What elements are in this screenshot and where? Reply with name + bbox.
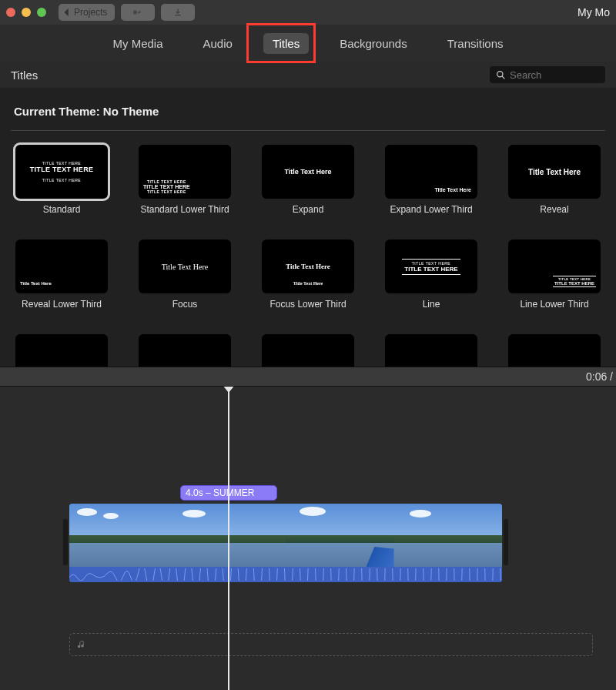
- window-controls: [6, 8, 46, 17]
- svg-rect-3: [136, 11, 137, 12]
- projects-label: Projects: [74, 7, 107, 18]
- title-tile-line[interactable]: TITLE TEXT HERE TITLE TEXT HERE Line: [380, 239, 482, 320]
- import-button[interactable]: [161, 4, 195, 21]
- chevron-left-icon: [62, 7, 72, 18]
- tile-label: Expand Lower Third: [390, 204, 472, 226]
- title-thumb: TITLE TEXT HERE TITLE TEXT HERE: [385, 239, 477, 293]
- title-tile-reveal[interactable]: Title Text Here Reveal: [504, 145, 605, 226]
- thumb-maintext: Title Text Here: [284, 168, 331, 176]
- title-tile-partial[interactable]: [380, 334, 482, 367]
- thumb-maintext: TITLE TEXT HERE: [554, 281, 594, 286]
- svg-rect-1: [134, 11, 135, 12]
- browser-title: Titles: [11, 69, 38, 82]
- tile-label: Line: [423, 299, 440, 320]
- title-thumb: TITLE TEXT HERE TITLE TEXT HERE TITLE TE…: [139, 145, 231, 199]
- tile-label: Standard Lower Third: [140, 204, 229, 226]
- thumb-maintext: Title Text Here: [434, 187, 471, 193]
- thumb-subtext: Title Text Here: [262, 281, 354, 286]
- title-thumb: Title Text Here: [508, 145, 601, 199]
- browser-header: Titles: [0, 62, 616, 88]
- thumb-maintext: TITLE TEXT HERE: [30, 166, 94, 173]
- search-icon: [496, 70, 506, 80]
- timecode-value: 0:06 /: [586, 370, 613, 383]
- title-thumb: Title Text Here: [385, 145, 477, 199]
- title-thumb: [15, 334, 108, 367]
- thumb-maintext: TITLE TEXT HERE: [143, 184, 190, 189]
- title-thumb: Title Text Here: [262, 145, 354, 199]
- filmstrip-music-icon: [133, 8, 142, 17]
- svg-line-6: [502, 76, 504, 79]
- tile-label: Focus Lower Third: [270, 299, 346, 320]
- projects-back-button[interactable]: Projects: [59, 4, 115, 21]
- title-tile-expand-lower-third[interactable]: Title Text Here Expand Lower Third: [380, 145, 482, 226]
- title-thumb: Title Text Here: [139, 239, 231, 293]
- thumb-maintext: Title Text Here: [286, 263, 330, 270]
- tab-audio[interactable]: Audio: [194, 33, 242, 54]
- tile-label: Standard: [43, 204, 81, 226]
- thumb-maintext: Title Text Here: [162, 263, 208, 271]
- close-window-button[interactable]: [6, 8, 15, 17]
- thumb-maintext: Title Text Here: [528, 168, 581, 176]
- project-title: My Mo: [578, 6, 610, 18]
- search-input[interactable]: [510, 69, 599, 81]
- tab-backgrounds[interactable]: Backgrounds: [330, 33, 417, 54]
- title-tile-partial[interactable]: [11, 334, 112, 367]
- title-tile-standard[interactable]: TITLE TEXT HERE TITLE TEXT HERE TITLE TE…: [11, 145, 112, 226]
- titles-browser: Current Theme: No Theme TITLE TEXT HERE …: [0, 88, 616, 367]
- thumb-maintext: Title Text Here: [20, 281, 52, 286]
- title-tile-standard-lower-third[interactable]: TITLE TEXT HERE TITLE TEXT HERE TITLE TE…: [134, 145, 236, 226]
- title-tile-partial[interactable]: [257, 334, 359, 367]
- video-clip[interactable]: [69, 504, 502, 582]
- music-note-icon: [76, 639, 87, 650]
- title-tile-partial[interactable]: [134, 334, 236, 367]
- title-thumb: [139, 334, 231, 367]
- audio-drop-track[interactable]: [69, 633, 593, 656]
- tile-label: Line Lower Third: [520, 299, 588, 320]
- svg-rect-4: [136, 13, 137, 14]
- tab-titles[interactable]: Titles: [263, 33, 309, 54]
- tile-label: Focus: [172, 299, 198, 320]
- title-tile-line-lower-third[interactable]: TITLE TEXT HERE TITLE TEXT HERE Line Low…: [504, 239, 605, 320]
- title-thumb: [385, 334, 477, 367]
- title-tile-focus[interactable]: Title Text Here Focus: [134, 239, 236, 320]
- download-arrow-icon: [173, 8, 182, 17]
- audio-waveform: [69, 567, 502, 582]
- titles-grid: TITLE TEXT HERE TITLE TEXT HERE TITLE TE…: [11, 131, 605, 367]
- tile-label: Reveal: [540, 204, 568, 226]
- title-tile-reveal-lower-third[interactable]: Title Text Here Reveal Lower Third: [11, 239, 112, 320]
- minimize-window-button[interactable]: [22, 8, 31, 17]
- top-toolbar: Projects My Mo: [0, 0, 616, 25]
- toolbar-buttons: Projects: [59, 4, 195, 21]
- tile-label: Reveal Lower Third: [22, 299, 102, 320]
- title-thumb: TITLE TEXT HERE TITLE TEXT HERE TITLE TE…: [15, 145, 108, 199]
- track-handle-left[interactable]: [63, 519, 68, 565]
- tab-transitions[interactable]: Transitions: [438, 33, 513, 54]
- theme-prefix: Current Theme:: [14, 105, 103, 118]
- tile-label: Expand: [293, 204, 324, 226]
- title-clip-label: 4.0s – SUMMER: [186, 487, 254, 498]
- current-theme-row: Current Theme: No Theme: [11, 88, 605, 131]
- tab-my-media[interactable]: My Media: [103, 33, 172, 54]
- thumb-maintext: TITLE TEXT HERE: [404, 266, 457, 273]
- timeline[interactable]: 4.0s – SUMMER: [0, 387, 616, 690]
- media-browser-tabs: My Media Audio Titles Backgrounds Transi…: [0, 25, 616, 62]
- media-view-button[interactable]: [121, 4, 155, 21]
- title-thumb: [508, 334, 601, 367]
- thumb-subtext2: TITLE TEXT HERE: [143, 189, 190, 194]
- title-thumb: Title Text Here Title Text Here: [262, 239, 354, 293]
- playhead[interactable]: [228, 391, 229, 690]
- fullscreen-window-button[interactable]: [37, 8, 46, 17]
- title-thumb: Title Text Here: [15, 239, 108, 293]
- title-thumb: [262, 334, 354, 367]
- title-tile-focus-lower-third[interactable]: Title Text Here Title Text Here Focus Lo…: [257, 239, 359, 320]
- svg-point-5: [497, 71, 503, 76]
- svg-rect-2: [134, 13, 135, 14]
- thumb-subtext: TITLE TEXT HERE: [404, 261, 457, 266]
- theme-name: No Theme: [103, 105, 159, 118]
- title-thumb: TITLE TEXT HERE TITLE TEXT HERE: [508, 239, 601, 293]
- title-tile-partial[interactable]: [504, 334, 605, 367]
- search-field[interactable]: [490, 66, 605, 83]
- track-handle-right[interactable]: [504, 519, 508, 565]
- title-tile-expand[interactable]: Title Text Here Expand: [257, 145, 359, 226]
- timecode-bar: 0:06 /: [0, 367, 616, 387]
